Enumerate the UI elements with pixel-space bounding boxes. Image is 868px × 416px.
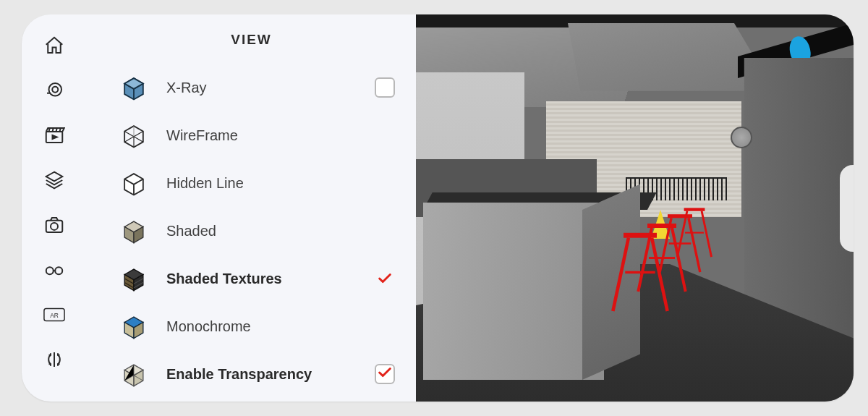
style-item-shaded[interactable]: Shaded bbox=[117, 207, 396, 255]
svg-point-0 bbox=[49, 83, 62, 96]
style-item-shaded-textures[interactable]: Shaded Textures bbox=[117, 255, 396, 302]
svg-text:AR: AR bbox=[50, 312, 59, 319]
scenes-button[interactable] bbox=[41, 124, 68, 149]
xray-checkbox[interactable] bbox=[374, 77, 396, 98]
svg-point-1 bbox=[52, 87, 58, 93]
style-label: Shaded Textures bbox=[166, 271, 358, 287]
glasses-icon bbox=[43, 259, 65, 284]
layers-icon bbox=[43, 169, 65, 194]
panel-title: VIEW bbox=[87, 32, 416, 48]
selected-check-icon bbox=[374, 268, 396, 289]
model-viewport[interactable] bbox=[416, 14, 854, 402]
svg-point-6 bbox=[55, 267, 62, 274]
flip-button[interactable] bbox=[41, 349, 68, 373]
style-label: Hidden Line bbox=[166, 175, 358, 192]
camera-icon bbox=[43, 214, 65, 239]
monochrome-cube-icon bbox=[117, 310, 150, 343]
shaded-cube-icon bbox=[117, 214, 150, 247]
view-style-list: X-Ray WireFrame Hidden Lin bbox=[87, 64, 416, 398]
tape-measure-button[interactable] bbox=[41, 80, 68, 104]
home-icon bbox=[43, 35, 65, 59]
transparency-cube-icon bbox=[117, 357, 150, 391]
ar-icon: AR bbox=[43, 304, 65, 328]
style-item-xray[interactable]: X-Ray bbox=[117, 64, 396, 111]
clapper-icon bbox=[43, 124, 65, 149]
flip-icon bbox=[43, 349, 65, 373]
layers-button[interactable] bbox=[41, 169, 68, 194]
styles-button[interactable] bbox=[41, 259, 68, 284]
scene-render bbox=[416, 14, 854, 402]
tape-measure-icon bbox=[43, 80, 65, 104]
ar-button[interactable]: AR bbox=[41, 304, 68, 328]
hiddenline-cube-icon bbox=[117, 166, 150, 200]
style-item-monochrome[interactable]: Monochrome bbox=[117, 302, 396, 350]
svg-point-5 bbox=[46, 267, 54, 274]
check-icon bbox=[377, 365, 393, 383]
style-label: X-Ray bbox=[166, 80, 358, 96]
view-panel: VIEW X-Ray WireFrame bbox=[87, 14, 416, 402]
camera-button[interactable] bbox=[41, 214, 68, 239]
style-label: Enable Transparency bbox=[166, 366, 358, 383]
home-indicator-cutout bbox=[840, 165, 854, 252]
style-label: Shaded bbox=[166, 223, 358, 239]
xray-cube-icon bbox=[117, 71, 150, 104]
style-item-wireframe[interactable]: WireFrame bbox=[117, 111, 396, 159]
style-item-hidden-line[interactable]: Hidden Line bbox=[117, 159, 396, 207]
svg-point-4 bbox=[51, 223, 58, 230]
transparency-checkbox[interactable] bbox=[374, 363, 396, 385]
shaded-textures-cube-icon bbox=[117, 262, 150, 295]
style-label: Monochrome bbox=[166, 318, 358, 335]
home-button[interactable] bbox=[41, 35, 68, 59]
left-toolbar: AR bbox=[22, 14, 87, 402]
device-frame: AR VIEW X-Ray bbox=[22, 14, 854, 402]
wireframe-cube-icon bbox=[117, 119, 150, 152]
style-item-enable-transparency[interactable]: Enable Transparency bbox=[117, 350, 396, 398]
style-label: WireFrame bbox=[166, 127, 358, 144]
